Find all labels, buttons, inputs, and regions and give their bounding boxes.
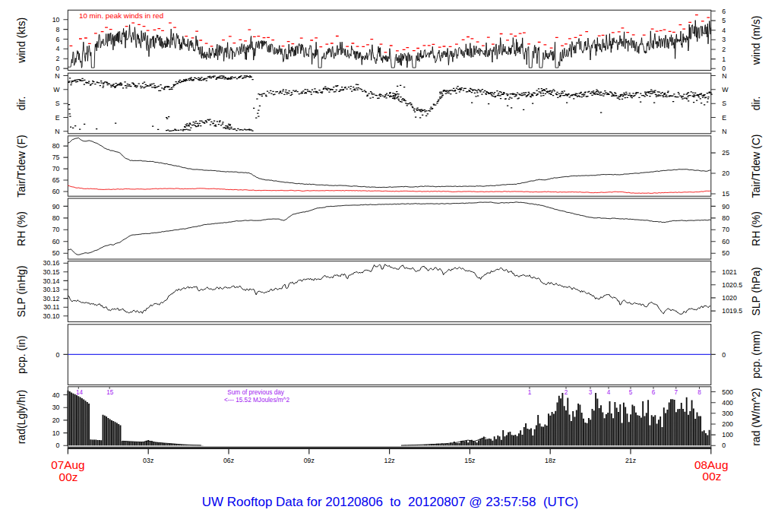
svg-text:70: 70 (52, 165, 60, 173)
svg-text:N: N (722, 128, 726, 135)
svg-text:rad(Lgly/hr): rad(Lgly/hr) (15, 390, 27, 445)
svg-text:25: 25 (722, 149, 729, 157)
svg-text:30.11: 30.11 (43, 303, 59, 311)
svg-text:S: S (722, 100, 726, 107)
svg-text:30: 30 (52, 404, 60, 411)
svg-text:60: 60 (722, 238, 729, 245)
svg-text:SLP (inHg): SLP (inHg) (15, 265, 27, 317)
svg-text:75: 75 (52, 154, 60, 161)
svg-text:80: 80 (52, 142, 60, 150)
svg-text:6: 6 (652, 389, 656, 396)
svg-text:6: 6 (56, 36, 60, 43)
svg-text:30.15: 30.15 (43, 268, 59, 276)
svg-text:200: 200 (722, 420, 733, 428)
svg-text:8: 8 (697, 389, 701, 396)
svg-text:50: 50 (52, 249, 60, 257)
svg-text:40: 40 (52, 391, 60, 399)
svg-text:0: 0 (56, 442, 60, 449)
svg-text:<--- 15.52 MJoules/m^2: <--- 15.52 MJoules/m^2 (224, 397, 289, 404)
svg-text:dir.: dir. (15, 97, 27, 111)
svg-text:4: 4 (607, 389, 611, 396)
svg-text:65: 65 (52, 176, 60, 184)
svg-text:S: S (55, 100, 60, 107)
svg-text:RH (%): RH (%) (750, 211, 762, 246)
svg-text:50: 50 (722, 249, 729, 257)
svg-text:4: 4 (722, 27, 726, 34)
svg-text:Sum of previous day: Sum of previous day (227, 389, 285, 396)
svg-text:7: 7 (675, 389, 678, 396)
svg-text:500: 500 (722, 388, 733, 396)
svg-text:RH (%): RH (%) (15, 211, 27, 246)
svg-text:5: 5 (722, 17, 726, 24)
svg-text:W: W (722, 86, 729, 93)
svg-text:N: N (722, 72, 726, 80)
svg-text:pcp. (in): pcp. (in) (15, 335, 27, 374)
svg-text:1020.5: 1020.5 (722, 281, 742, 289)
svg-text:1019.5: 1019.5 (722, 307, 742, 315)
svg-text:2: 2 (565, 389, 568, 396)
svg-text:20: 20 (52, 416, 60, 424)
svg-text:15: 15 (722, 190, 729, 198)
svg-text:N: N (55, 72, 59, 80)
svg-text:1020: 1020 (722, 294, 737, 302)
svg-text:rad (W/m^2): rad (W/m^2) (750, 388, 762, 446)
svg-text:dir.: dir. (750, 97, 762, 111)
svg-text:30.13: 30.13 (43, 286, 59, 293)
svg-text:00z: 00z (703, 470, 722, 483)
svg-text:00z: 00z (59, 470, 78, 483)
svg-text:3: 3 (589, 389, 593, 396)
svg-text:3: 3 (722, 36, 726, 43)
svg-text:300: 300 (722, 410, 733, 417)
svg-text:30.10: 30.10 (43, 312, 59, 320)
svg-text:E: E (722, 114, 726, 122)
svg-text:400: 400 (722, 399, 733, 407)
svg-text:30.16: 30.16 (43, 259, 59, 267)
svg-text:80: 80 (52, 214, 60, 222)
svg-text:wind (kts): wind (kts) (15, 17, 27, 64)
svg-text:1: 1 (722, 55, 726, 63)
svg-text:07Aug: 07Aug (51, 458, 85, 471)
svg-text:N: N (55, 128, 59, 135)
svg-text:10: 10 (52, 429, 60, 437)
svg-text:4: 4 (56, 45, 60, 52)
svg-text:5: 5 (629, 389, 633, 396)
svg-text:Tair/Tdew (F): Tair/Tdew (F) (15, 135, 27, 197)
svg-text:70: 70 (52, 226, 60, 233)
svg-text:wind (m/s): wind (m/s) (750, 16, 762, 66)
svg-text:90: 90 (722, 203, 729, 211)
svg-text:18z: 18z (545, 457, 555, 464)
svg-text:0: 0 (56, 351, 60, 359)
svg-text:E: E (55, 114, 60, 122)
svg-text:8: 8 (56, 26, 60, 33)
svg-text:6: 6 (722, 8, 726, 15)
svg-text:06z: 06z (223, 457, 234, 464)
svg-text:03z: 03z (143, 457, 153, 464)
svg-text:10: 10 (52, 16, 60, 24)
svg-text:15z: 15z (464, 457, 475, 464)
svg-text:SLP (hPa): SLP (hPa) (750, 267, 762, 315)
svg-text:1: 1 (528, 389, 532, 396)
svg-text:0: 0 (722, 442, 726, 449)
svg-text:60: 60 (52, 188, 60, 195)
svg-text:Tair/Tdew (C): Tair/Tdew (C) (750, 134, 762, 198)
svg-text:2: 2 (722, 46, 726, 53)
svg-text:UW Rooftop Data for 20120806: UW Rooftop Data for 20120806 to 20120807… (202, 495, 578, 509)
svg-text:09z: 09z (304, 457, 315, 464)
svg-text:2: 2 (56, 55, 60, 62)
svg-text:20: 20 (722, 169, 729, 177)
svg-text:30.12: 30.12 (43, 295, 59, 302)
svg-text:100: 100 (722, 431, 733, 439)
svg-text:21z: 21z (625, 457, 636, 464)
svg-text:14: 14 (76, 389, 84, 396)
svg-text:15: 15 (106, 389, 114, 396)
svg-text:80: 80 (722, 214, 729, 222)
svg-text:pcp. (mm): pcp. (mm) (750, 331, 762, 378)
svg-text:12z: 12z (384, 457, 395, 464)
svg-text:60: 60 (52, 238, 60, 245)
svg-text:W: W (53, 86, 60, 93)
svg-text:1021: 1021 (722, 268, 737, 276)
svg-text:0: 0 (722, 351, 726, 359)
svg-text:90: 90 (52, 203, 60, 211)
svg-text:70: 70 (722, 226, 729, 233)
svg-text:30.14: 30.14 (43, 277, 59, 285)
